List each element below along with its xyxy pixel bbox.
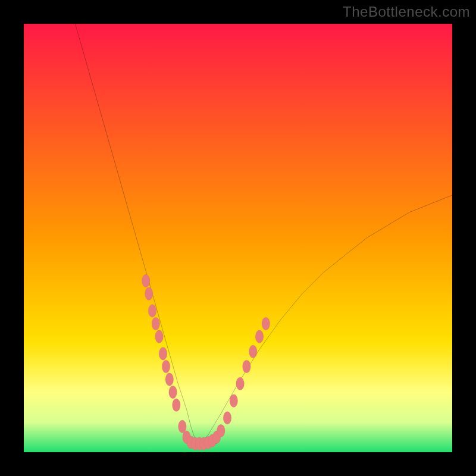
data-marker bbox=[172, 399, 180, 412]
data-marker bbox=[230, 394, 238, 408]
data-marker bbox=[148, 305, 156, 318]
data-marker bbox=[152, 317, 160, 330]
data-marker bbox=[249, 345, 257, 358]
data-marker bbox=[165, 373, 174, 386]
data-marker bbox=[217, 424, 225, 437]
data-marker bbox=[162, 360, 170, 373]
data-marker bbox=[243, 360, 251, 373]
data-marker bbox=[169, 386, 177, 399]
data-marker bbox=[155, 330, 164, 343]
data-marker bbox=[142, 274, 150, 287]
data-marker bbox=[223, 412, 231, 425]
data-marker bbox=[255, 330, 264, 343]
data-marker bbox=[145, 287, 153, 300]
data-marker bbox=[262, 317, 270, 330]
data-marker bbox=[178, 420, 187, 433]
chart-frame: TheBottleneck.com bbox=[0, 0, 476, 476]
bottleneck-chart bbox=[24, 24, 452, 452]
data-marker bbox=[236, 377, 245, 390]
watermark-text: TheBottleneck.com bbox=[343, 4, 470, 20]
data-marker bbox=[159, 347, 167, 361]
